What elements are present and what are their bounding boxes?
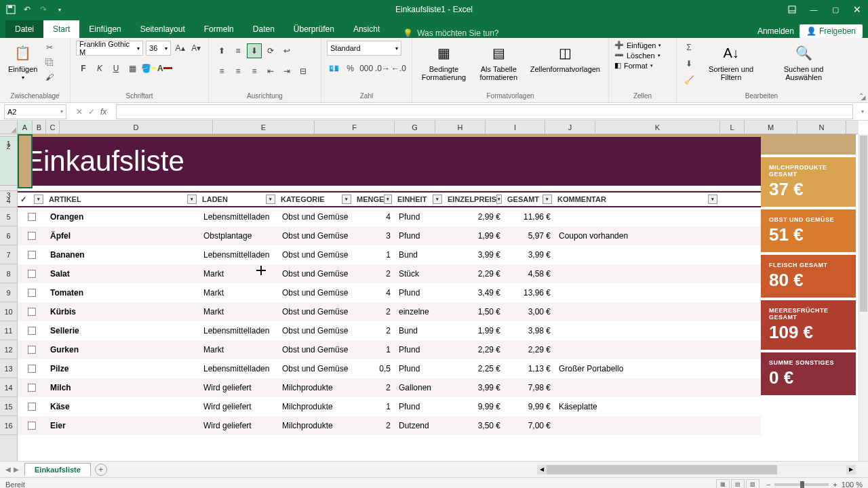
delete-cells-button[interactable]: ➖Löschen▾ bbox=[614, 51, 660, 60]
add-sheet-button[interactable]: + bbox=[95, 464, 107, 476]
done-checkbox[interactable] bbox=[28, 384, 36, 392]
tab-nav-next-icon[interactable]: ▶ bbox=[14, 466, 19, 473]
row-header-10[interactable]: 10 bbox=[0, 302, 17, 321]
fx-icon[interactable]: fx bbox=[100, 107, 106, 117]
undo-icon[interactable]: ↶ bbox=[22, 4, 33, 15]
tab-formulas[interactable]: Formeln bbox=[195, 20, 243, 38]
save-icon[interactable] bbox=[5, 4, 16, 15]
cancel-formula-icon[interactable]: ✕ bbox=[76, 107, 83, 117]
vscroll-thumb[interactable] bbox=[860, 136, 867, 312]
formula-bar[interactable] bbox=[116, 104, 853, 119]
table-row[interactable]: MilchWird geliefertMilchprodukte2Gallone… bbox=[18, 378, 761, 397]
tab-nav-prev-icon[interactable]: ◀ bbox=[5, 466, 11, 473]
table-row[interactable]: SalatMarktObst und Gemüse2Stück2,29 €4,5… bbox=[18, 264, 761, 283]
column-headers[interactable]: ABCDEFGHIJKLMN bbox=[18, 121, 859, 134]
col-header-L[interactable]: L bbox=[720, 121, 745, 134]
table-row[interactable]: GurkenMarktObst und Gemüse1Pfund2,29 €2,… bbox=[18, 340, 761, 359]
col-header-M[interactable]: M bbox=[745, 121, 797, 134]
fill-icon[interactable]: ⬇ bbox=[682, 57, 696, 70]
align-bottom-icon[interactable]: ⬇ bbox=[247, 43, 262, 58]
filter-button-artikel[interactable]: ▾ bbox=[187, 195, 197, 204]
col-header-I[interactable]: I bbox=[486, 121, 545, 134]
tab-insert[interactable]: Einfügen bbox=[79, 20, 130, 38]
zoom-slider[interactable] bbox=[774, 483, 829, 486]
decrease-decimal-icon[interactable]: ←.0 bbox=[391, 61, 406, 76]
copy-icon[interactable]: ⿻ bbox=[43, 56, 56, 69]
filter-button-kommentar[interactable]: ▾ bbox=[708, 195, 717, 204]
collapse-ribbon-icon[interactable]: ⌃ bbox=[859, 92, 864, 100]
tab-file[interactable]: Datei bbox=[5, 20, 43, 38]
fill-color-button[interactable]: 🪣 bbox=[141, 61, 156, 76]
col-header-B[interactable]: B bbox=[33, 121, 46, 134]
find-select-button[interactable]: 🔍Suchen und Auswählen bbox=[766, 41, 841, 83]
table-header-artikel[interactable]: ARTIKEL▾ bbox=[46, 192, 199, 206]
row-header-12[interactable]: 12 bbox=[0, 340, 17, 359]
hscroll-right-icon[interactable]: ▶ bbox=[846, 465, 856, 474]
orientation-icon[interactable]: ⟳ bbox=[263, 43, 278, 58]
insert-cells-button[interactable]: ➕Einfügen▾ bbox=[614, 41, 661, 49]
grid[interactable]: Einkaufsliste ✓▾ARTIKEL▾LADEN▾KATEGORIE▾… bbox=[18, 134, 859, 461]
zoom-out-button[interactable]: − bbox=[766, 481, 770, 489]
currency-icon[interactable]: 💶 bbox=[327, 61, 342, 76]
sign-in-link[interactable]: Anmelden bbox=[757, 26, 794, 36]
filter-button-laden[interactable]: ▾ bbox=[266, 195, 275, 204]
page-layout-view-button[interactable]: ▤ bbox=[731, 479, 745, 489]
done-checkbox[interactable] bbox=[28, 403, 36, 411]
font-name-combo[interactable]: Franklin Gothic M▾ bbox=[76, 41, 143, 56]
merge-icon[interactable]: ⊟ bbox=[296, 64, 311, 79]
table-header-menge[interactable]: MENGE▾ bbox=[354, 192, 395, 206]
table-header-kategorie[interactable]: KATEGORIE▾ bbox=[278, 192, 354, 206]
align-top-icon[interactable]: ⬆ bbox=[214, 43, 229, 58]
tab-review[interactable]: Überprüfen bbox=[284, 20, 344, 38]
table-header-einheit[interactable]: EINHEIT▾ bbox=[395, 192, 445, 206]
done-checkbox[interactable] bbox=[28, 251, 36, 259]
zoom-in-button[interactable]: + bbox=[833, 481, 837, 489]
table-row[interactable]: OrangenLebensmittelladenObst und Gemüse4… bbox=[18, 207, 761, 226]
paste-button[interactable]: 📋 Einfügen ▾ bbox=[5, 41, 40, 82]
autosum-icon[interactable]: Σ bbox=[682, 41, 696, 54]
decrease-font-icon[interactable]: A▾ bbox=[189, 41, 203, 56]
bold-button[interactable]: F bbox=[76, 61, 91, 76]
sort-filter-button[interactable]: A↓Sortieren und Filtern bbox=[698, 41, 764, 83]
qat-dropdown-icon[interactable]: ▾ bbox=[54, 4, 65, 15]
table-row[interactable]: KäseWird geliefertMilchprodukte1Pfund9,9… bbox=[18, 397, 761, 416]
ribbon-options-icon[interactable] bbox=[781, 0, 803, 19]
table-row[interactable]: SellerieLebensmittelladenObst und Gemüse… bbox=[18, 321, 761, 340]
row-header-16[interactable]: 16 bbox=[0, 416, 17, 435]
page-break-view-button[interactable]: ▧ bbox=[746, 479, 760, 489]
row-headers[interactable]: 12345678910111213141516 bbox=[0, 121, 18, 461]
table-row[interactable]: ÄpfelObstplantageObst und Gemüse3Pfund1,… bbox=[18, 226, 761, 245]
done-checkbox[interactable] bbox=[28, 327, 36, 335]
tab-view[interactable]: Ansicht bbox=[344, 20, 389, 38]
col-header-E[interactable]: E bbox=[213, 121, 315, 134]
table-header-einzelpreis[interactable]: EINZELPREIS▾ bbox=[445, 192, 505, 206]
table-row[interactable]: EierWird geliefertMilchprodukte2Dutzend3… bbox=[18, 416, 761, 435]
done-checkbox[interactable] bbox=[28, 365, 36, 373]
col-header-K[interactable]: K bbox=[595, 121, 720, 134]
col-header-G[interactable]: G bbox=[395, 121, 435, 134]
align-center-icon[interactable]: ≡ bbox=[231, 64, 245, 79]
done-checkbox[interactable] bbox=[28, 308, 36, 316]
increase-decimal-icon[interactable]: .0→ bbox=[375, 61, 390, 76]
tell-me-search[interactable]: 💡 Was möchten Sie tun? bbox=[403, 28, 498, 38]
clear-icon[interactable]: 🧹 bbox=[682, 73, 696, 87]
done-checkbox[interactable] bbox=[28, 270, 36, 278]
table-row[interactable]: BananenLebensmittelladenObst und Gemüse1… bbox=[18, 245, 761, 264]
done-checkbox[interactable] bbox=[28, 289, 36, 297]
table-row[interactable]: TomatenMarktObst und Gemüse4Pfund3,49 €1… bbox=[18, 283, 761, 302]
share-button[interactable]: 👤 Freigeben bbox=[800, 24, 863, 38]
col-header-J[interactable]: J bbox=[545, 121, 595, 134]
tab-data[interactable]: Daten bbox=[243, 20, 284, 38]
select-all-corner[interactable] bbox=[0, 121, 18, 134]
wrap-text-icon[interactable]: ↩ bbox=[279, 43, 294, 58]
italic-button[interactable]: K bbox=[92, 61, 107, 76]
increase-indent-icon[interactable]: ⇥ bbox=[279, 64, 294, 79]
increase-font-icon[interactable]: A▴ bbox=[174, 41, 187, 56]
row-header-4[interactable]: 4 bbox=[0, 191, 17, 207]
comma-icon[interactable]: 000 bbox=[359, 61, 374, 76]
col-header-H[interactable]: H bbox=[435, 121, 486, 134]
normal-view-button[interactable]: ▦ bbox=[716, 479, 730, 489]
col-header-C[interactable]: C bbox=[46, 121, 60, 134]
filter-button-menge[interactable]: ▾ bbox=[384, 195, 392, 204]
cell-styles-button[interactable]: ◫Zellenformatvorlagen bbox=[528, 41, 603, 75]
